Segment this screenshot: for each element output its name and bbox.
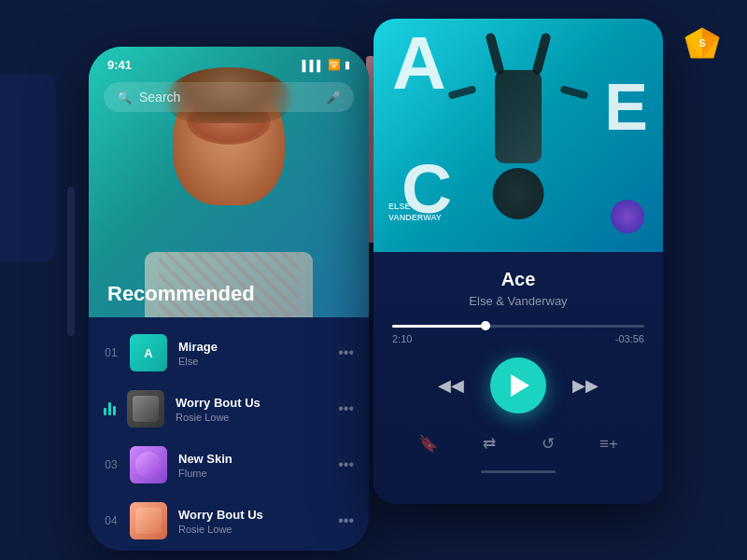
forward-button[interactable]: ▶▶ (572, 375, 599, 396)
play-button[interactable] (490, 357, 546, 413)
hero-image: 9:41 ▌▌▌ 🛜 ▮ 🔍 Search 🎤 Recommended (89, 47, 369, 317)
player-artist: Else & Vanderway (392, 294, 644, 308)
track-more-button[interactable]: ••• (338, 400, 354, 417)
track-artist: Rosie Lowe (178, 524, 327, 535)
track-number: 03 (104, 458, 119, 471)
forward-icon: ▶▶ (572, 376, 599, 395)
status-icons: ▌▌▌ 🛜 ▮ (303, 59, 350, 71)
track-number: 04 (104, 514, 119, 527)
left-phone: 9:41 ▌▌▌ 🛜 ▮ 🔍 Search 🎤 Recommended 01 A… (89, 47, 369, 551)
playing-indicator (104, 402, 116, 415)
track-item[interactable]: 01 A Mirage Else ••• (89, 325, 369, 381)
svg-text:S: S (699, 38, 706, 49)
track-title: Mirage (178, 340, 327, 354)
track-item[interactable]: 03 New Skin Flume ••• (89, 437, 369, 493)
album-circle-decor (611, 200, 644, 233)
track-info: Worry Bout Us Rosie Lowe (178, 508, 327, 535)
bg-strip-gray (67, 187, 75, 336)
eq-bar (113, 406, 116, 415)
track-title: New Skin (178, 452, 327, 466)
right-phone: A E C ELSEVANDERWAY Ace (374, 19, 663, 504)
player-info: Ace Else & Vanderway (374, 252, 663, 317)
player-title: Ace (392, 269, 644, 290)
progress-area[interactable]: 2:10 -03:56 (374, 317, 663, 348)
track-thumbnail (130, 446, 167, 483)
track-number: 01 (104, 346, 119, 359)
progress-thumb[interactable] (481, 321, 490, 330)
track-more-button[interactable]: ••• (338, 344, 354, 361)
track-more-button[interactable]: ••• (338, 512, 354, 529)
track-artist: Rosie Lowe (176, 412, 327, 423)
queue-button[interactable]: ≡+ (599, 435, 618, 454)
track-title: Worry Bout Us (178, 508, 327, 522)
track-title: Worry Bout Us (176, 396, 327, 410)
track-thumbnail: A (130, 334, 167, 371)
scroll-indicator (481, 470, 556, 473)
player-controls: ◀◀ ▶▶ (374, 348, 663, 427)
album-art: A E C ELSEVANDERWAY (374, 19, 663, 252)
mic-icon: 🎤 (326, 91, 341, 105)
search-icon: 🔍 (117, 91, 132, 105)
progress-fill (392, 325, 486, 328)
search-bar[interactable]: 🔍 Search 🎤 (104, 82, 354, 112)
status-bar: 9:41 ▌▌▌ 🛜 ▮ (89, 47, 369, 79)
player-bottom-bar: 🔖 ⇄ ↺ ≡+ (374, 427, 663, 465)
total-time: -03:56 (615, 333, 644, 344)
recommended-label: Recommended (107, 282, 255, 306)
bg-decor-left (0, 75, 56, 261)
sketch-icon: S (684, 26, 721, 60)
track-list: 01 A Mirage Else ••• Worry Bout Us Rosi (89, 317, 369, 551)
rewind-icon: ◀◀ (438, 376, 464, 395)
track-info: Mirage Else (178, 340, 327, 367)
progress-times: 2:10 -03:56 (392, 333, 644, 344)
eq-bar (108, 402, 111, 415)
track-more-button[interactable]: ••• (338, 456, 354, 473)
signal-icon: ▌▌▌ (303, 60, 324, 71)
play-icon (511, 374, 529, 397)
repeat-button[interactable]: ↺ (542, 434, 555, 454)
shuffle-button[interactable]: ⇄ (483, 434, 496, 454)
track-artist: Else (178, 356, 327, 367)
track-item[interactable]: Worry Bout Us Rosie Lowe ••• (89, 381, 369, 437)
track-artist: Flume (178, 468, 327, 479)
album-artist-label: ELSEVANDERWAY (388, 201, 442, 224)
track-info: Worry Bout Us Rosie Lowe (176, 396, 327, 423)
track-info: New Skin Flume (178, 452, 327, 479)
eq-bar (104, 408, 106, 415)
bookmark-button[interactable]: 🔖 (418, 434, 438, 454)
rewind-button[interactable]: ◀◀ (438, 375, 464, 396)
wifi-icon: 🛜 (328, 59, 341, 71)
progress-bar[interactable] (392, 325, 644, 328)
track-thumbnail (127, 390, 164, 427)
battery-icon: ▮ (345, 59, 350, 71)
track-item[interactable]: 04 Worry Bout Us Rosie Lowe ••• (89, 493, 369, 549)
status-time: 9:41 (107, 58, 132, 72)
track-thumbnail (130, 502, 167, 539)
current-time: 2:10 (392, 333, 412, 344)
search-placeholder: Search (139, 90, 318, 105)
